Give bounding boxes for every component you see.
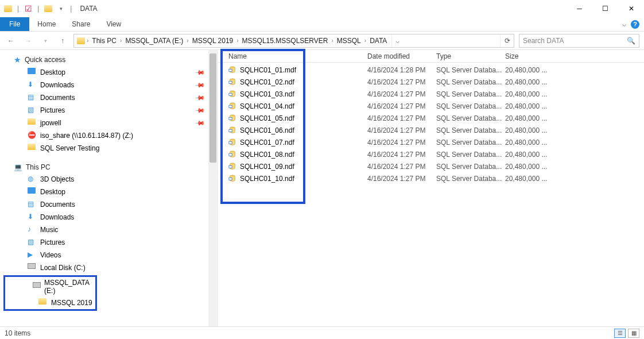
search-input[interactable]: Search DATA 🔍: [519, 34, 639, 48]
download-icon: ⬇: [28, 80, 37, 90]
recent-locations-icon[interactable]: ▾: [39, 34, 52, 47]
pin-icon: 📌: [194, 79, 205, 90]
folder-icon: [28, 144, 37, 153]
file-row[interactable]: SQLHC01_09.ndf4/16/2024 1:27 PMSQL Serve…: [218, 160, 644, 172]
breadcrumb-dropdown-icon[interactable]: ⌵: [391, 34, 403, 47]
file-size: 20,480,000 ...: [505, 138, 568, 147]
breadcrumb-item[interactable]: MSSQL_DATA (E:): [123, 37, 185, 45]
svg-rect-15: [229, 153, 232, 156]
breadcrumb-item[interactable]: MSSQL 2019: [190, 37, 236, 45]
refresh-button[interactable]: ⟳: [500, 34, 514, 47]
thumbnails-view-button[interactable]: ▦: [628, 329, 639, 338]
file-tab[interactable]: File: [0, 17, 29, 31]
qat-properties-icon[interactable]: ☑: [24, 4, 33, 13]
nav-item[interactable]: Local Disk (C:): [0, 261, 218, 274]
file-type: SQL Server Databa...: [436, 126, 505, 134]
file-name: SQLHC01_04.ndf: [240, 102, 294, 110]
svg-rect-9: [229, 117, 232, 120]
database-file-icon: [228, 66, 236, 74]
nav-item[interactable]: MSSQL_DATA (E:): [5, 277, 95, 296]
nav-quick-access[interactable]: ★ Quick access: [0, 53, 218, 66]
breadcrumb-item[interactable]: MSSQL15.MSSQLSERVER: [240, 37, 331, 45]
forward-button[interactable]: →: [22, 34, 34, 47]
content-pane: Name Date modified Type Size SQLHC01_01.…: [218, 50, 644, 326]
view-tab[interactable]: View: [98, 17, 129, 31]
ribbon-chevron-icon[interactable]: ⌵: [622, 20, 626, 28]
file-name: SQLHC01_03.ndf: [240, 90, 294, 98]
chevron-right-icon[interactable]: ›: [235, 37, 239, 44]
file-row[interactable]: SQLHC01_08.ndf4/16/2024 1:27 PMSQL Serve…: [218, 148, 644, 160]
nav-item[interactable]: ◍3D Objects: [0, 173, 218, 186]
database-file-icon: [228, 175, 236, 183]
chevron-right-icon[interactable]: ›: [86, 37, 90, 44]
maximize-button[interactable]: ☐: [592, 0, 618, 17]
chevron-right-icon[interactable]: ›: [119, 37, 123, 44]
file-name: SQLHC01_07.ndf: [240, 138, 294, 147]
nav-item-label: MSSQL 2019: [51, 299, 92, 307]
nav-pane: ★ Quick access Desktop📌⬇Downloads📌▤Docum…: [0, 50, 218, 326]
breadcrumb-item[interactable]: MSSQL: [335, 37, 363, 45]
chevron-right-icon[interactable]: ›: [363, 37, 367, 44]
file-row[interactable]: SQLHC01_01.mdf4/16/2024 1:28 PMSQL Serve…: [218, 64, 644, 76]
up-button[interactable]: ↑: [56, 34, 69, 47]
col-date[interactable]: Date modified: [367, 52, 436, 60]
file-row[interactable]: SQLHC01_04.ndf4/16/2024 1:27 PMSQL Serve…: [218, 100, 644, 112]
col-name[interactable]: Name: [218, 52, 367, 60]
item-count: 10 items: [5, 329, 30, 337]
chevron-right-icon[interactable]: ›: [330, 37, 334, 44]
nav-item[interactable]: SQL Server Testing: [0, 142, 218, 155]
file-date: 4/16/2024 1:27 PM: [367, 114, 436, 122]
back-button[interactable]: ←: [5, 34, 17, 47]
download-icon: ⬇: [28, 213, 37, 222]
file-row[interactable]: SQLHC01_06.ndf4/16/2024 1:27 PMSQL Serve…: [218, 124, 644, 136]
file-size: 20,480,000 ...: [505, 90, 568, 98]
nav-item[interactable]: ▤Documents: [0, 198, 218, 211]
3d-icon: ◍: [28, 175, 37, 184]
nav-item[interactable]: ▶Videos: [0, 249, 218, 261]
home-tab[interactable]: Home: [29, 17, 64, 31]
file-row[interactable]: SQLHC01_10.ndf4/16/2024 1:27 PMSQL Serve…: [218, 172, 644, 184]
nav-item[interactable]: ▤Documents📌: [0, 91, 218, 104]
col-size[interactable]: Size: [505, 52, 568, 60]
file-row[interactable]: SQLHC01_07.ndf4/16/2024 1:27 PMSQL Serve…: [218, 136, 644, 148]
file-type: SQL Server Databa...: [436, 90, 505, 98]
share-tab[interactable]: Share: [64, 17, 98, 31]
col-type[interactable]: Type: [436, 52, 505, 60]
breadcrumb-item[interactable]: DATA: [367, 37, 389, 45]
file-row[interactable]: SQLHC01_02.ndf4/16/2024 1:27 PMSQL Serve…: [218, 76, 644, 88]
nav-item[interactable]: jpowell📌: [0, 117, 218, 129]
details-view-button[interactable]: ☰: [614, 329, 626, 338]
breadcrumb-item[interactable]: This PC: [90, 37, 119, 45]
this-pc-label: This PC: [26, 163, 51, 171]
nav-item[interactable]: ⬇Downloads: [0, 211, 218, 224]
file-name: SQLHC01_01.mdf: [240, 66, 296, 74]
close-button[interactable]: ✕: [618, 0, 644, 17]
nav-item[interactable]: ▧Pictures📌: [0, 104, 218, 117]
nav-item[interactable]: Desktop📌: [0, 66, 218, 79]
nav-item[interactable]: Desktop: [0, 186, 218, 198]
file-row[interactable]: SQLHC01_05.ndf4/16/2024 1:27 PMSQL Serve…: [218, 112, 644, 124]
nav-this-pc[interactable]: 💻 This PC: [0, 161, 218, 173]
database-file-icon: [228, 151, 236, 159]
pin-icon: 📌: [194, 117, 205, 128]
help-icon[interactable]: ?: [631, 20, 639, 29]
database-file-icon: [228, 126, 236, 134]
nav-item[interactable]: MSSQL 2019: [5, 296, 95, 309]
nav-item[interactable]: ♪Music: [0, 224, 218, 236]
minimize-button[interactable]: ─: [567, 0, 592, 17]
file-type: SQL Server Databa...: [436, 138, 505, 147]
breadcrumb[interactable]: › This PC › MSSQL_DATA (E:) › MSSQL 2019…: [73, 34, 514, 48]
nav-item-label: Local Disk (C:): [40, 264, 86, 272]
qat-folder-icon[interactable]: [44, 4, 53, 13]
nav-item[interactable]: ▧Pictures: [0, 236, 218, 249]
qat-dropdown-icon[interactable]: ▾: [56, 4, 65, 13]
nav-scrollbar[interactable]: [208, 50, 218, 326]
nav-item-label: Documents: [40, 94, 75, 102]
file-row[interactable]: SQLHC01_03.ndf4/16/2024 1:27 PMSQL Serve…: [218, 88, 644, 100]
pin-icon: 📌: [194, 67, 205, 78]
nav-item[interactable]: ⛔iso_share (\\10.61.184.87) (Z:): [0, 129, 218, 142]
nav-item[interactable]: ⬇Downloads📌: [0, 79, 218, 91]
chevron-right-icon[interactable]: ›: [185, 37, 189, 44]
netdrive-icon: ⛔: [28, 131, 37, 140]
nav-item-label: Desktop: [40, 68, 65, 76]
